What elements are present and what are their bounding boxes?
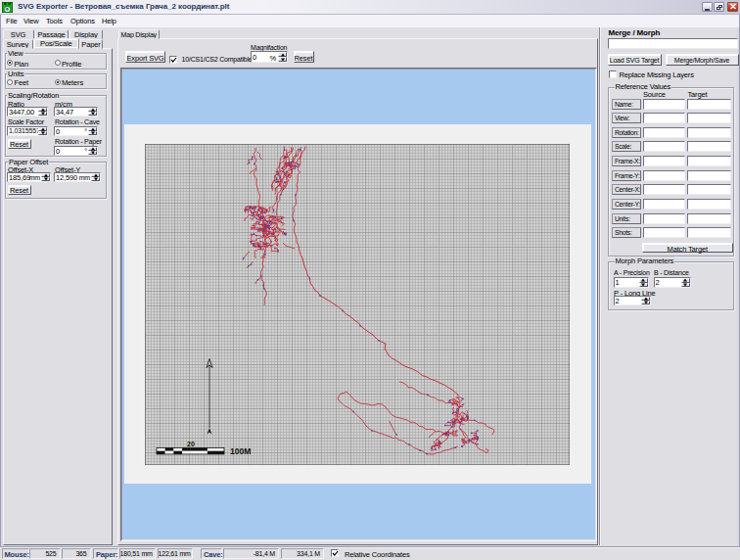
svg-text:100M: 100M xyxy=(230,446,251,456)
svg-text:20: 20 xyxy=(187,441,195,447)
